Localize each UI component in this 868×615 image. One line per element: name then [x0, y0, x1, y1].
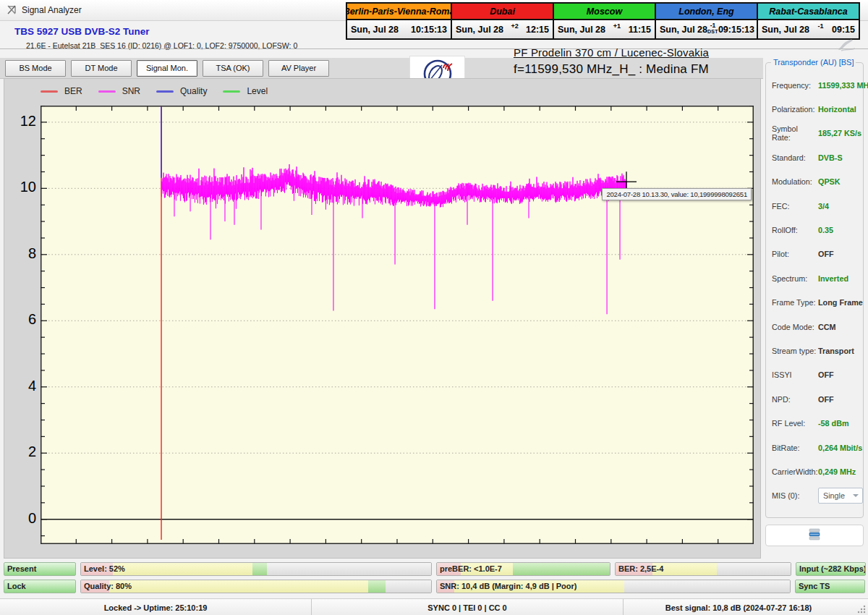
clock-city-label: Moscow [554, 4, 655, 20]
legend-ber: BER [41, 86, 82, 96]
clock-moscow: MoscowSun, Jul 28+111:15 [553, 4, 655, 38]
clock-time-value: 09:15 [832, 25, 855, 35]
clock-datetime: Sun, Jul 2810:15:13 [347, 20, 451, 38]
transponder-field-stream-type: Stream type:Transport [766, 339, 863, 362]
legend-swatch-snr [98, 90, 116, 93]
indicator-input-282-kbps: Input (~282 Kbps) [796, 562, 866, 576]
meter-segment-empty [717, 563, 791, 575]
transponder-group-title: Transponder (AU) [BS] [771, 58, 856, 67]
meter-segment-empty [624, 580, 790, 593]
plot-canvas [41, 106, 754, 544]
field-label: ISSYI [772, 370, 818, 379]
tab-bs-mode[interactable]: BS Mode [5, 60, 66, 77]
meter-ber: BER: 2,5E-4 [615, 562, 791, 576]
clock-time-value: 09:15:13 [718, 25, 754, 35]
tab-dt-mode[interactable]: DT Mode [71, 60, 132, 77]
clock-datetime: Sun, Jul 28-1DST09:15:13 [656, 20, 757, 38]
statusbar: Locked -> Uptime: 25:10:19 SYNC 0 | TEI … [0, 598, 868, 615]
transponder-field-fec: FEC:3/4 [766, 194, 863, 218]
transponder-field-mis: MIS (0):Single [766, 484, 863, 508]
meter-segment-green [252, 563, 266, 575]
legend-snr: SNR [98, 86, 140, 96]
clock-time-value: 12:15 [526, 25, 549, 35]
field-label: Polarization: [772, 105, 818, 114]
clock-berlin-paris-vienna-roma: Berlin-Paris-Vienna-RomaSun, Jul 2810:15… [347, 4, 451, 38]
transponder-field-npd: NPD:OFF [766, 387, 863, 411]
field-value: Long Frame [818, 298, 863, 307]
field-label: MIS (0): [772, 491, 818, 500]
legend-label: SNR [122, 86, 140, 96]
meter-label: Level: 52% [84, 564, 125, 573]
clock-datetime: Sun, Jul 28+212:15 [452, 20, 553, 38]
field-value: OFF [818, 370, 834, 379]
transponder-field-symbol-rate: Symbol Rate:185,27 KS/s [766, 122, 863, 145]
clock-city-label: Dubai [452, 4, 553, 20]
resize-grip[interactable] [856, 604, 867, 615]
field-value: OFF [818, 250, 834, 258]
app-icon [7, 4, 17, 18]
signal-analyzer-window: { "window": { "title": "Signal Analyzer"… [0, 0, 868, 615]
field-value: QPSK [818, 177, 841, 186]
field-label: Frequency: [772, 81, 818, 90]
clock-time-value: 11:15 [629, 25, 651, 35]
clock-date: Sun, Jul 28 [558, 25, 605, 35]
meter-segment-yellow [113, 563, 253, 575]
tab-av-player[interactable]: AV Player [268, 60, 329, 77]
signal-plot[interactable] [41, 106, 754, 544]
meter-label: preBER: <1.0E-7 [440, 564, 502, 573]
meter-segment-green [368, 580, 386, 593]
field-label: Pilot: [772, 250, 818, 258]
clock-date: Sun, Jul 28 [351, 25, 399, 35]
status-meter-row-1: PresentLevel: 52%preBER: <1.0E-7BER: 2,5… [4, 562, 868, 577]
y-tick-label-2: 2 [10, 444, 36, 460]
field-label: BitRate: [772, 444, 818, 452]
transponder-field-frame-type: Frame Type:Long Frame [766, 291, 863, 315]
field-value: 0,264 Mbit/s [818, 444, 862, 452]
stream-list-button[interactable] [765, 525, 864, 546]
field-value: DVB-S [818, 153, 843, 162]
field-value: Inverted [818, 274, 848, 283]
indicator-sync-ts: Sync TS [795, 580, 865, 593]
field-label: Code Mode: [772, 323, 818, 331]
offset-note: DST [707, 29, 718, 34]
transponder-field-carrierwidth: CarrierWidth:0,249 MHz [766, 459, 863, 483]
clock-utc-offset: -1DST [707, 20, 718, 32]
transponder-groupbox: Transponder (AU) [BS] Frequency:11599,33… [765, 62, 864, 518]
field-value: OFF [818, 395, 834, 404]
clock-datetime: Sun, Jul 28-109:15 [758, 20, 859, 38]
tuner-name-link[interactable]: TBS 5927 USB DVB-S2 Tuner [14, 26, 150, 37]
clock-utc-offset: +2 [503, 22, 526, 30]
chart-legend: BERSNRQualityLevel [41, 86, 284, 96]
legend-swatch-ber [41, 90, 58, 93]
clock-date: Sun, Jul 28 [660, 25, 707, 35]
field-label: CarrierWidth: [772, 467, 818, 476]
clock-utc-offset: +1 [605, 22, 629, 30]
tab-signal-mon[interactable]: Signal Mon. [137, 60, 197, 77]
field-label: RollOff: [772, 226, 818, 234]
statusbar-best-signal: Best signal: 10,8 dB (2024-07-27 16:18) [624, 599, 854, 615]
field-value: 11599,333 MHz [818, 81, 868, 90]
clock-date: Sun, Jul 28 [456, 25, 503, 35]
y-tick-label-10: 10 [10, 179, 36, 195]
transponder-field-spectrum: Spectrum:Inverted [766, 266, 863, 290]
tab-tsa-ok[interactable]: TSA (OK) [203, 60, 263, 77]
transponder-field-modulation: Modulation:QPSK [766, 170, 863, 194]
legend-quality: Quality [156, 86, 207, 96]
y-tick-label-4: 4 [10, 378, 36, 394]
field-value: Transport [818, 347, 854, 355]
clock-utc-offset: -1 [809, 22, 832, 30]
world-clocks: Berlin-Paris-Vienna-RomaSun, Jul 2810:15… [346, 2, 860, 40]
plot-background [41, 106, 754, 544]
field-value: 185,27 KS/s [818, 129, 861, 137]
indicator-present: Present [4, 562, 76, 576]
y-tick-label-12: 12 [10, 113, 36, 130]
clock-time-value: 10:15:13 [411, 25, 447, 35]
meter-segment-empty [267, 563, 431, 575]
mis-dropdown[interactable]: Single [818, 488, 863, 504]
field-label: Spectrum: [772, 274, 818, 283]
transponder-field-rolloff: RollOff:0.35 [766, 218, 863, 242]
clock-london-eng: London, EngSun, Jul 28-1DST09:15:13 [655, 4, 757, 38]
field-label: Standard: [772, 153, 818, 162]
clock-datetime: Sun, Jul 28+111:15 [554, 20, 655, 38]
field-value: Horizontal [818, 105, 856, 114]
